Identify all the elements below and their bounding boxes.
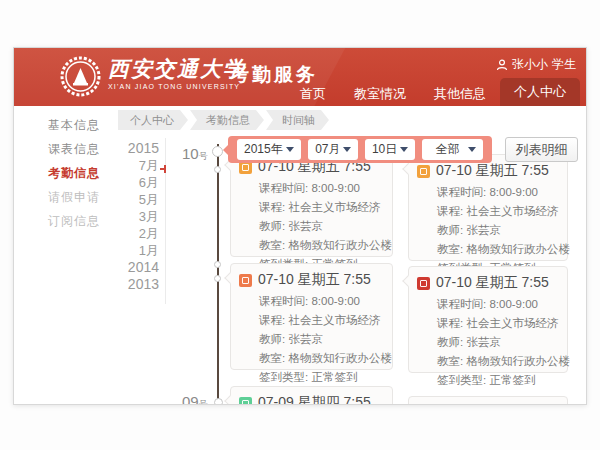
breadcrumb: 个人中心 考勤信息 时间轴 <box>118 110 331 130</box>
card-date: 07-09 星期四 7:55 <box>258 394 371 405</box>
chevron-down-icon <box>343 147 351 152</box>
timeline-month-mar[interactable]: 3月 <box>111 208 159 225</box>
nav-tab-personal-center[interactable]: 个人中心 <box>500 78 580 106</box>
user-account[interactable]: 张小小 学生 <box>496 56 576 73</box>
app-header: 西安交通大学 XI'AN JIAO TONG UNIVERSITY 考勤服务 张… <box>14 48 586 106</box>
filter-bar: 2015年 07月 10日 全部 <box>228 136 492 163</box>
university-name-cn: 西安交通大学 <box>108 57 246 81</box>
breadcrumb-timeline[interactable]: 时间轴 <box>266 110 329 130</box>
timeline-month-may[interactable]: 5月 <box>111 191 159 208</box>
selected-month-marker <box>160 168 166 170</box>
attendance-card: 07-09 星期四 7:55 <box>230 386 393 405</box>
timeline-node <box>212 146 223 157</box>
timeline-node <box>214 275 221 282</box>
user-name: 张小小 <box>512 56 548 73</box>
sidebar-item-subscription-info[interactable]: 订阅信息 <box>48 213 100 230</box>
month-dropdown[interactable]: 07月 <box>308 139 358 160</box>
attendance-card: 07-10 星期五 7:55 课程时间: 8:00-9:00 课程: 社会主义市… <box>408 266 568 373</box>
type-dropdown[interactable]: 全部 <box>422 139 483 160</box>
timeline-node <box>214 261 221 268</box>
timeline-month-feb[interactable]: 2月 <box>111 225 159 242</box>
timeline-month-jun[interactable]: 6月 <box>111 174 159 191</box>
card-date: 07-10 星期五 7:55 <box>436 274 549 292</box>
person-icon <box>496 59 508 71</box>
main-nav: 首页 教室情况 其他信息 个人中心 <box>286 78 580 106</box>
status-icon <box>239 274 252 287</box>
timeline-node <box>214 166 221 173</box>
year-dropdown[interactable]: 2015年 <box>237 139 301 160</box>
day-dropdown[interactable]: 10日 <box>365 139 415 160</box>
attendance-card <box>408 396 568 405</box>
year-list-divider <box>165 138 166 304</box>
status-icon <box>239 397 252 406</box>
card-date: 07-10 星期五 7:55 <box>258 271 371 289</box>
breadcrumb-attendance-info[interactable]: 考勤信息 <box>190 110 264 130</box>
nav-tab-classrooms[interactable]: 教室情况 <box>340 81 420 106</box>
timeline-month-jul[interactable]: 7月 <box>111 157 159 174</box>
nav-tab-home[interactable]: 首页 <box>286 81 340 106</box>
timeline-month-jan[interactable]: 1月 <box>111 242 159 259</box>
chevron-down-icon <box>468 147 476 152</box>
sidebar-item-schedule-info[interactable]: 课表信息 <box>48 141 100 158</box>
university-name-en: XI'AN JIAO TONG UNIVERSITY <box>108 83 246 90</box>
attendance-card: 07-10 星期五 7:55 课程时间: 8:00-9:00 课程: 社会主义市… <box>230 263 393 370</box>
timeline-node <box>214 398 223 405</box>
timeline-year-2013[interactable]: 2013 <box>111 276 159 293</box>
app-window: 西安交通大学 XI'AN JIAO TONG UNIVERSITY 考勤服务 张… <box>13 47 587 405</box>
timeline-year-2015[interactable]: 2015 <box>111 140 159 157</box>
university-logo-icon <box>60 56 101 97</box>
status-icon <box>417 277 430 290</box>
attendance-card: 07-10 星期五 7:55 课程时间: 8:00-9:00 课程: 社会主义市… <box>408 154 568 261</box>
university-name: 西安交通大学 XI'AN JIAO TONG UNIVERSITY <box>108 57 246 90</box>
chevron-down-icon <box>286 147 294 152</box>
list-detail-button[interactable]: 列表明细 <box>505 137 578 162</box>
timeline-year-2014[interactable]: 2014 <box>111 259 159 276</box>
day-label-10[interactable]: 10号 <box>182 145 208 163</box>
chevron-down-icon <box>400 147 408 152</box>
sidebar-item-attendance-info[interactable]: 考勤信息 <box>48 165 100 182</box>
attendance-card: 07-10 星期五 7:55 课程时间: 8:00-9:00 课程: 社会主义市… <box>230 150 393 257</box>
sidebar-item-basic-info[interactable]: 基本信息 <box>48 117 100 134</box>
breadcrumb-personal-center[interactable]: 个人中心 <box>118 110 188 130</box>
day-label-09[interactable]: 09号 <box>182 393 208 405</box>
user-role: 学生 <box>552 56 576 73</box>
nav-tab-other-info[interactable]: 其他信息 <box>420 81 500 106</box>
card-date: 07-10 星期五 7:55 <box>436 162 549 180</box>
sidebar-item-leave-request[interactable]: 请假申请 <box>48 189 100 206</box>
timeline-year-list: 2015 7月 6月 5月 3月 2月 1月 2014 2013 <box>111 140 159 293</box>
status-icon <box>417 165 430 178</box>
